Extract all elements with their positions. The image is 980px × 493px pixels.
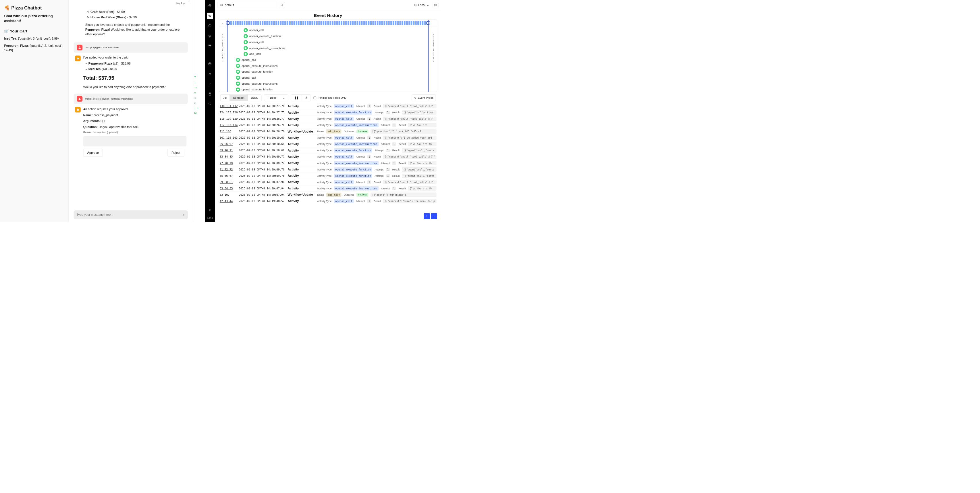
event-ids[interactable]: 95 96 97 xyxy=(220,143,237,146)
event-row[interactable]: 59 60 612025-02-03 GMT+8 14:20:07.94Acti… xyxy=(219,179,437,185)
event-ids[interactable]: 111 136 xyxy=(220,130,237,133)
timeline-node[interactable]: openai_execute_instructions xyxy=(236,81,424,87)
event-row[interactable]: 111 1362025-02-03 GMT+8 14:20:26.76Workf… xyxy=(219,128,437,135)
event-row[interactable]: 77 78 792025-02-03 GMT+8 14:20:09.77Acti… xyxy=(219,160,437,166)
event-row[interactable]: 42 43 442025-02-03 GMT+8 14:19:48.57Acti… xyxy=(219,198,437,204)
event-kind: Activity xyxy=(288,155,315,159)
timeline-start-date: 2025-02-03 GMT+8 14:19:46.77 xyxy=(221,34,224,62)
event-result: [{"agent":{"functions": xyxy=(371,193,436,197)
clock-icon xyxy=(414,4,417,6)
event-ids[interactable]: 53 54 55 xyxy=(220,187,237,190)
chat-input[interactable] xyxy=(76,213,182,217)
timeline-node[interactable]: openai_execute_function xyxy=(236,87,424,92)
sort-desc[interactable]: ↓ Desc xyxy=(264,95,280,101)
cart-header: 🛒 Your Cart xyxy=(4,29,64,33)
timeline-node[interactable]: openai_call xyxy=(243,39,424,45)
event-ids[interactable]: 77 78 79 xyxy=(220,162,237,165)
event-row[interactable]: 101 102 1032025-02-03 GMT+8 14:20:10.69A… xyxy=(219,135,437,141)
event-list[interactable]: 130 131 1322025-02-03 GMT+8 14:20:27.76A… xyxy=(215,103,441,222)
download-button[interactable] xyxy=(302,95,311,101)
event-result: [{"content":"Here's the menu for p xyxy=(383,199,436,203)
download-icon xyxy=(305,96,308,99)
event-result: ["\n You are xyxy=(408,123,436,127)
pause-button[interactable]: ❚❚ xyxy=(291,95,302,101)
scroll-down-button[interactable]: ↓ xyxy=(431,213,437,220)
snowflake-icon[interactable] xyxy=(207,71,213,77)
event-ids[interactable]: 112 113 114 xyxy=(220,124,237,127)
event-timestamp: 2025-02-03 GMT+8 14:20:09.77 xyxy=(239,155,285,159)
send-icon[interactable]: ➤ xyxy=(182,212,185,217)
timeline-node[interactable]: add_task xyxy=(243,51,424,57)
approve-button[interactable]: Approve xyxy=(83,149,103,157)
heart-icon[interactable] xyxy=(207,101,213,107)
event-row[interactable]: 89 90 912025-02-03 GMT+8 14:20:10.68Acti… xyxy=(219,147,437,154)
layers-icon[interactable] xyxy=(207,33,213,39)
event-row[interactable]: 53 54 552025-02-03 GMT+8 14:20:07.94Acti… xyxy=(219,185,437,192)
timeline[interactable]: ⌄ 2025-02-03 GMT+8 14:19:46.77 2025-02-0… xyxy=(219,19,437,92)
node-dot xyxy=(243,40,248,44)
timezone-selector[interactable]: Local ⌄ xyxy=(412,2,431,8)
event-ids[interactable]: 71 72 73 xyxy=(220,168,237,171)
event-row[interactable]: 118 119 1202025-02-03 GMT+8 14:20:26.77A… xyxy=(219,116,437,122)
pizza-emoji: 🍕 xyxy=(4,5,10,11)
event-ids[interactable]: 130 131 132 xyxy=(220,105,237,108)
sort-dropdown[interactable]: ⌄ xyxy=(280,95,288,101)
external-link-icon[interactable] xyxy=(279,2,285,8)
pending-filter[interactable]: Pending and Failed Only xyxy=(313,97,346,100)
upload-icon[interactable] xyxy=(207,81,213,87)
reject-button[interactable]: Reject xyxy=(167,149,185,157)
timeline-node[interactable]: openai_call xyxy=(236,57,424,63)
event-types-button[interactable]: Event Types xyxy=(412,94,436,101)
event-row[interactable]: 95 96 972025-02-03 GMT+8 14:20:10.68Acti… xyxy=(219,141,437,147)
event-row[interactable]: 124 125 1262025-02-03 GMT+8 14:20:27.75A… xyxy=(219,109,437,116)
event-row[interactable]: 112 113 1142025-02-03 GMT+8 14:20:26.76A… xyxy=(219,122,437,128)
event-kind: Activity xyxy=(288,180,315,184)
timeline-node[interactable]: openai_call xyxy=(243,27,424,33)
event-row[interactable]: 65 66 672025-02-03 GMT+8 14:20:09.76Acti… xyxy=(219,173,437,179)
layout-icon[interactable] xyxy=(433,2,439,8)
cube-icon[interactable] xyxy=(207,61,213,67)
event-ids[interactable]: 101 102 103 xyxy=(220,136,237,139)
event-tag: openai_execute_function xyxy=(334,148,372,152)
timeline-node[interactable]: openai_execute_function xyxy=(236,69,424,75)
timeline-node[interactable]: openai_execute_function xyxy=(243,33,424,39)
event-row[interactable]: 71 72 732025-02-03 GMT+8 14:20:09.76Acti… xyxy=(219,166,437,173)
event-kind: Activity xyxy=(288,111,315,114)
event-ids[interactable]: 59 60 61 xyxy=(220,181,237,184)
event-tag: openai_call xyxy=(334,155,354,159)
event-timestamp: 2025-02-03 GMT+8 14:20:07.94 xyxy=(239,181,285,184)
event-row[interactable]: 52 1072025-02-03 GMT+8 14:20:07.94Workfl… xyxy=(219,192,437,198)
collapse-icon[interactable]: ⌄ xyxy=(221,22,224,25)
timeline-node[interactable]: openai_call xyxy=(236,75,424,81)
node-dot xyxy=(236,70,240,74)
event-row[interactable]: 83 84 852025-02-03 GMT+8 14:20:09.77Acti… xyxy=(219,154,437,160)
archive-icon[interactable] xyxy=(207,43,213,49)
namespace-selector[interactable]: default xyxy=(218,2,277,8)
scroll-up-button[interactable]: ↑ xyxy=(424,213,430,220)
event-ids[interactable]: 83 84 85 xyxy=(220,155,237,159)
bookmark-icon[interactable] xyxy=(207,91,213,97)
menu-icon[interactable]: ⋮ xyxy=(187,2,191,5)
view-all[interactable]: All xyxy=(220,95,230,101)
svg-point-11 xyxy=(209,15,210,16)
sun-icon[interactable] xyxy=(207,207,213,213)
event-ids[interactable]: 65 66 67 xyxy=(220,174,237,178)
event-ids[interactable]: 124 125 126 xyxy=(220,111,237,114)
compass-icon[interactable] xyxy=(207,3,213,9)
view-compact[interactable]: Compact xyxy=(230,95,248,101)
checkbox[interactable] xyxy=(313,97,316,99)
drink-list: Craft Beer (Pint) - $6.99House Red Wine … xyxy=(91,9,181,19)
reject-reason-input[interactable] xyxy=(83,136,187,146)
history-icon[interactable] xyxy=(207,23,213,29)
event-ids[interactable]: 118 119 120 xyxy=(220,117,237,120)
view-json[interactable]: JSON xyxy=(248,95,261,101)
eye-icon[interactable] xyxy=(207,13,213,19)
event-ids[interactable]: 89 90 91 xyxy=(220,149,237,152)
timeline-node[interactable]: openai_execute_instructions xyxy=(243,45,424,51)
app-title: 🍕 Pizza Chatbot xyxy=(4,5,64,11)
event-row[interactable]: 130 131 1322025-02-03 GMT+8 14:20:27.76A… xyxy=(219,103,437,109)
event-ids[interactable]: 42 43 44 xyxy=(220,200,237,203)
timeline-node[interactable]: openai_execute_instructions xyxy=(236,63,424,69)
deploy-button[interactable]: Deploy xyxy=(176,2,185,5)
event-ids[interactable]: 52 107 xyxy=(220,193,237,196)
